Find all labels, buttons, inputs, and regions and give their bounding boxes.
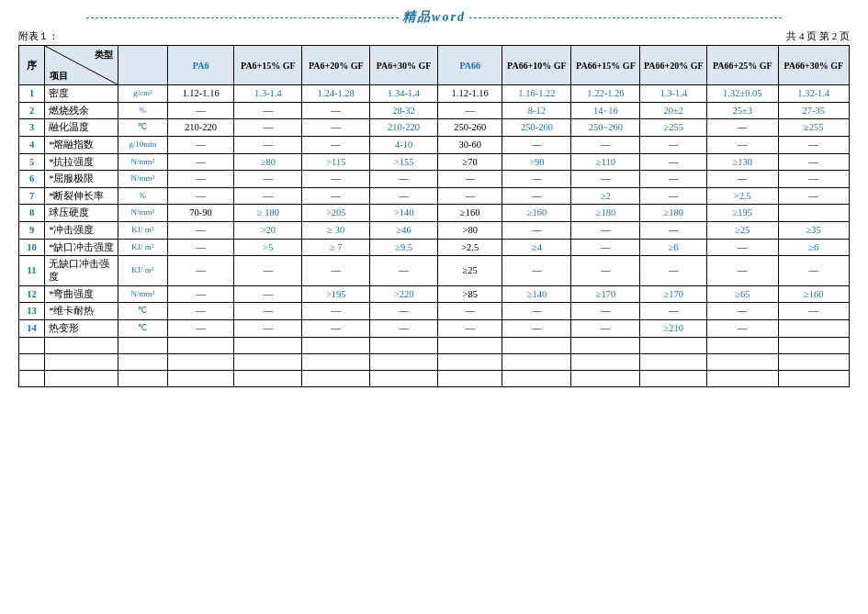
row-value-pa66_10gf: — [502, 222, 571, 240]
row-value-pa66_25gf: 1.32±0.05 [707, 85, 778, 103]
table-row: 14热变形℃———————≥210— [19, 319, 850, 337]
row-value-pa66_10gf: 8-12 [502, 102, 571, 119]
row-value-pa6_30gf: ≥46 [370, 222, 438, 240]
table-left-label: 附表１： [18, 29, 59, 43]
row-value-pa66_20gf: ≥170 [640, 285, 707, 303]
row-value-pa66_10gf: 250-260 [502, 119, 571, 137]
row-value-pa66_10gf: — [502, 256, 571, 285]
row-value-pa66_25gf: ≥195 [707, 205, 778, 222]
row-value-pa6_20gf: — [302, 319, 370, 337]
row-item: 密度 [45, 85, 118, 103]
row-value-pa66_15gf: ≥180 [571, 205, 640, 222]
row-value-pa6: — [167, 102, 234, 119]
row-value-pa66_25gf: — [707, 319, 778, 337]
row-item: *缺口冲击强度 [45, 239, 118, 256]
row-value-pa6: — [167, 153, 234, 171]
row-item: *弯曲强度 [45, 285, 118, 303]
row-unit: N/mm² [118, 205, 167, 222]
row-value-pa6_30gf: ≥9.5 [370, 239, 438, 256]
row-unit: % [118, 102, 167, 119]
row-unit: N/mm² [118, 285, 167, 303]
row-value-pa66: 1.12-1.16 [438, 85, 502, 103]
row-value-pa6_15gf: ≥80 [234, 153, 302, 171]
pa66-15gf-header: PA66+15% GF [571, 46, 640, 85]
pa66-header: PA66 [438, 46, 502, 85]
diagonal-header-cell: 类型 项目 [45, 46, 118, 85]
row-value-pa6_15gf: >20 [234, 222, 302, 240]
row-value-pa66: >85 [438, 285, 502, 303]
row-value-pa6: 210-220 [167, 119, 234, 137]
row-value-pa66_20gf: 1.3-1.4 [640, 85, 707, 103]
row-value-pa66: 250-260 [438, 119, 502, 137]
row-value-pa6_15gf: ≥ 180 [234, 205, 302, 222]
row-value-pa66_20gf: — [640, 222, 707, 240]
row-value-pa66_25gf: — [707, 239, 778, 256]
row-value-pa66_30gf: — [778, 153, 850, 171]
row-unit: ℃ [118, 303, 167, 320]
row-value-pa66: — [438, 102, 502, 119]
pa6-20gf-header: PA6+20% GF [302, 46, 370, 85]
row-seq: 8 [19, 205, 45, 222]
row-value-pa6: — [167, 222, 234, 240]
row-value-pa66_25gf: — [707, 256, 778, 285]
row-value-pa6_30gf: — [370, 319, 438, 337]
row-value-pa66_30gf: — [778, 303, 850, 320]
table-row: 9*冲击强度KJ/ m²—>20≥ 30≥46>80———≥25≥35 [19, 222, 850, 240]
row-value-pa66_15gf: — [571, 303, 640, 320]
row-value-pa66_10gf: 1.16-1.22 [502, 85, 571, 103]
row-value-pa66_10gf: — [502, 187, 571, 205]
row-value-pa6_15gf: — [234, 303, 302, 320]
row-seq: 6 [19, 171, 45, 188]
row-value-pa6_30gf: — [370, 256, 438, 285]
row-item: *屈服极限 [45, 171, 118, 188]
row-item: 融化温度 [45, 119, 118, 137]
row-seq: 1 [19, 85, 45, 103]
header-row: 序 类型 项目 PA6 PA6+15% GF PA6+20% GF PA6+30… [19, 46, 850, 85]
row-value-pa66_15gf: — [571, 319, 640, 337]
row-value-pa66_30gf: ≥255 [778, 119, 850, 137]
row-value-pa66_20gf: 20±2 [640, 102, 707, 119]
row-seq: 10 [19, 239, 45, 256]
row-unit: N/mm² [118, 153, 167, 171]
table-row: 12*弯曲强度N/mm²——>195>220>85≥140≥170≥170≥65… [19, 285, 850, 303]
row-value-pa6_15gf: — [234, 171, 302, 188]
row-item: *断裂伸长率 [45, 187, 118, 205]
row-value-pa66_10gf: ≥140 [502, 285, 571, 303]
row-value-pa66_30gf: — [778, 187, 850, 205]
row-value-pa66: 30-60 [438, 136, 502, 153]
main-table: 序 类型 项目 PA6 PA6+15% GF PA6+20% GF PA6+30… [18, 45, 850, 387]
row-value-pa66: >2.5 [438, 239, 502, 256]
row-item: *维卡耐热 [45, 303, 118, 320]
row-value-pa66_30gf: — [778, 136, 850, 153]
row-value-pa66_30gf: 1.32-1.4 [778, 85, 850, 103]
row-value-pa66_20gf: — [640, 256, 707, 285]
row-unit: ℃ [118, 319, 167, 337]
row-seq: 12 [19, 285, 45, 303]
row-value-pa66_15gf: ≥170 [571, 285, 640, 303]
row-value-pa66_15gf: 14~16 [571, 102, 640, 119]
row-value-pa6_20gf: >115 [302, 153, 370, 171]
unit-header [118, 46, 167, 85]
row-value-pa66_15gf: — [571, 239, 640, 256]
row-value-pa66_30gf [778, 319, 850, 337]
row-value-pa66_25gf: — [707, 119, 778, 137]
seq-header: 序 [19, 46, 45, 85]
row-value-pa6: 1.12-1.16 [167, 85, 234, 103]
row-value-pa66_25gf: — [707, 136, 778, 153]
row-item: *熔融指数 [45, 136, 118, 153]
row-seq: 13 [19, 303, 45, 320]
row-item: *抗拉强度 [45, 153, 118, 171]
row-value-pa66_20gf: — [640, 171, 707, 188]
row-value-pa66_15gf: — [571, 136, 640, 153]
row-value-pa66_15gf: — [571, 171, 640, 188]
row-value-pa6_30gf: >220 [370, 285, 438, 303]
row-value-pa6: — [167, 285, 234, 303]
row-value-pa66_30gf [778, 205, 850, 222]
table-row: 10*缺口冲击强度KJ/ m²—>5≥ 7≥9.5>2.5≥4—≥6—≥6 [19, 239, 850, 256]
row-value-pa6_20gf: — [302, 303, 370, 320]
row-value-pa6_20gf: — [302, 187, 370, 205]
row-value-pa6_30gf: — [370, 171, 438, 188]
row-value-pa66_10gf: — [502, 136, 571, 153]
row-value-pa6_20gf: 1.24-1.28 [302, 85, 370, 103]
table-row: 1密度g/cm³1.12-1.161.3-1.41.24-1.281.34-1.… [19, 85, 850, 103]
